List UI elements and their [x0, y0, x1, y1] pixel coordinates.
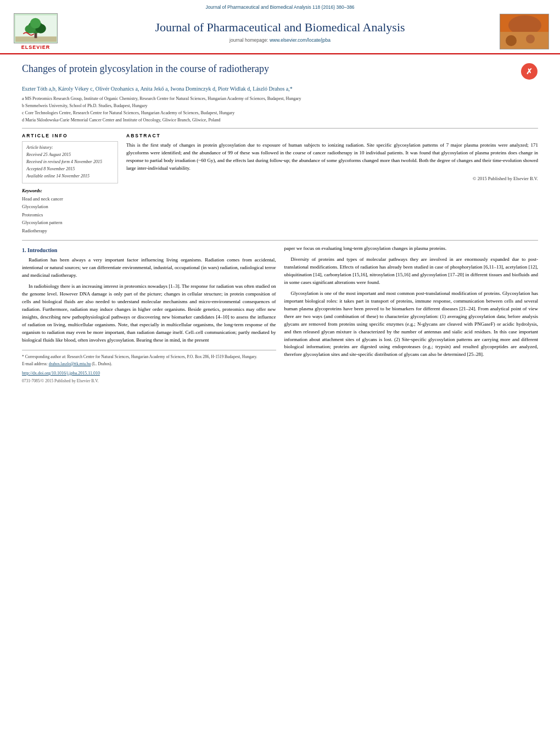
- divider-2: [22, 240, 538, 241]
- journal-name: Journal of Pharmaceutical and Biomedical…: [69, 20, 491, 35]
- doi-line[interactable]: http://dx.doi.org/10.1016/j.jpba.2015.11…: [22, 370, 276, 377]
- body-para2-text: In radiobiology there is an increasing i…: [22, 283, 276, 344]
- keywords-heading: Keywords:: [22, 188, 118, 193]
- body-intro-para1: Radiation has been always a very importa…: [22, 256, 276, 280]
- journal-header: Journal of Pharmaceutical and Biomedical…: [0, 0, 560, 54]
- keyword-2: Glycosylation: [22, 203, 118, 210]
- section1-heading: 1. Introduction: [22, 247, 276, 253]
- authors-line: Eszter Tóth a,b, Károly Vékey c, Olivér …: [22, 85, 538, 93]
- cover-svg: [500, 14, 549, 49]
- keywords-list: Head and neck cancer Glycosylation Prote…: [22, 195, 118, 235]
- affiliations-section: a MS Proteomics Research Group, Institut…: [22, 96, 538, 124]
- footnote-email-suffix: (L. Drahos).: [92, 361, 112, 366]
- top-bar-text: Journal of Pharmaceutical and Biomedical…: [205, 4, 354, 10]
- doi-link[interactable]: http://dx.doi.org/10.1016/j.jpba.2015.11…: [22, 371, 100, 376]
- svg-point-6: [30, 18, 40, 28]
- affiliation-a: a MS Proteomics Research Group, Institut…: [22, 96, 538, 102]
- footnote-email-line: E-mail address: drahos.laszlo@ttk.mta.hu…: [22, 361, 276, 367]
- homepage-link[interactable]: www.elsevier.com/locate/jpba: [270, 37, 331, 43]
- svg-point-12: [526, 35, 535, 43]
- affiliation-b: b Semmelweis University, School of Ph.D.…: [22, 103, 538, 109]
- footnote-star-text: * Corresponding author at: Research Cent…: [22, 354, 276, 360]
- footnote-section: * Corresponding author at: Research Cent…: [22, 350, 276, 384]
- keyword-4: Glycosylation pattern: [22, 219, 118, 226]
- crossmark-icon[interactable]: ✗: [520, 63, 538, 80]
- copyright-bottom: 0731-7085/© 2015 Published by Elsevier B…: [22, 378, 276, 384]
- elsevier-logo: ELSEVIER: [11, 13, 60, 50]
- elsevier-logo-image: [14, 13, 58, 43]
- divider-1: [22, 128, 538, 129]
- page-wrapper: Journal of Pharmaceutical and Biomedical…: [0, 0, 560, 393]
- email-label: E-mail address:: [22, 361, 48, 366]
- body-right-para3: Glycosylation is one of the most importa…: [284, 290, 539, 359]
- body-right-para2: Diversity of proteins and types of molec…: [284, 256, 539, 287]
- available-date: Available online 14 November 2015: [26, 173, 114, 180]
- abstract-text: This is the first study of changes in pr…: [126, 142, 538, 172]
- keyword-1: Head and neck cancer: [22, 195, 118, 203]
- received-date: Received 25 August 2015: [26, 152, 114, 158]
- right-para2-text: Diversity of proteins and types of molec…: [284, 256, 539, 287]
- journal-top-bar: Journal of Pharmaceutical and Biomedical…: [11, 4, 549, 10]
- article-history-box: Article history: Received 25 August 2015…: [22, 141, 118, 183]
- elsevier-tree-svg: [15, 15, 57, 42]
- right-para3-text: Glycosylation is one of the most importa…: [284, 290, 539, 359]
- info-abstract-section: ARTICLE INFO Article history: Received 2…: [22, 133, 538, 235]
- abstract-copyright: © 2015 Published by Elsevier B.V.: [126, 176, 538, 181]
- article-title-section: Changes of protein glycosylation in the …: [22, 63, 538, 80]
- footnote-email-link[interactable]: drahos.laszlo@ttk.mta.hu: [49, 361, 91, 366]
- svg-point-11: [506, 35, 517, 46]
- article-title: Changes of protein glycosylation in the …: [22, 63, 512, 75]
- body-right-column: paper we focus on evaluating long-term g…: [284, 245, 539, 385]
- journal-title-center: Journal of Pharmaceutical and Biomedical…: [60, 20, 500, 42]
- svg-text:✗: ✗: [526, 67, 533, 76]
- article-content: Changes of protein glycosylation in the …: [0, 54, 560, 393]
- elsevier-wordmark: ELSEVIER: [21, 44, 51, 50]
- journal-homepage: journal homepage: www.elsevier.com/locat…: [69, 37, 491, 43]
- affiliation-d: d Maria Sklodowska-Curie Memorial Cancer…: [22, 117, 538, 124]
- body-columns: 1. Introduction Radiation has been alway…: [22, 245, 538, 385]
- keyword-5: Radiotherapy: [22, 227, 118, 235]
- abstract-column: ABSTRACT This is the first study of chan…: [126, 133, 538, 235]
- keywords-section: Keywords: Head and neck cancer Glycosyla…: [22, 188, 118, 235]
- body-right-para1: paper we focus on evaluating long-term g…: [284, 245, 539, 253]
- body-para1-text: Radiation has been always a very importa…: [22, 256, 276, 280]
- article-info-heading: ARTICLE INFO: [22, 133, 118, 138]
- article-info-column: ARTICLE INFO Article history: Received 2…: [22, 133, 118, 235]
- body-intro-para2: In radiobiology there is an increasing i…: [22, 283, 276, 344]
- affiliation-c: c Core Technologies Centre, Research Cen…: [22, 110, 538, 116]
- journal-cover-image: [500, 14, 549, 49]
- abstract-heading: ABSTRACT: [126, 133, 538, 138]
- history-label: Article history:: [26, 144, 114, 151]
- revised-date: Received in revised form 4 November 2015: [26, 159, 114, 165]
- body-left-column: 1. Introduction Radiation has been alway…: [22, 245, 276, 385]
- homepage-label: journal homepage:: [229, 37, 268, 43]
- keyword-3: Proteomics: [22, 211, 118, 219]
- right-para1-text: paper we focus on evaluating long-term g…: [284, 246, 447, 251]
- accepted-date: Accepted 8 November 2015: [26, 166, 114, 172]
- header-main: ELSEVIER Journal of Pharmaceutical and B…: [11, 13, 549, 53]
